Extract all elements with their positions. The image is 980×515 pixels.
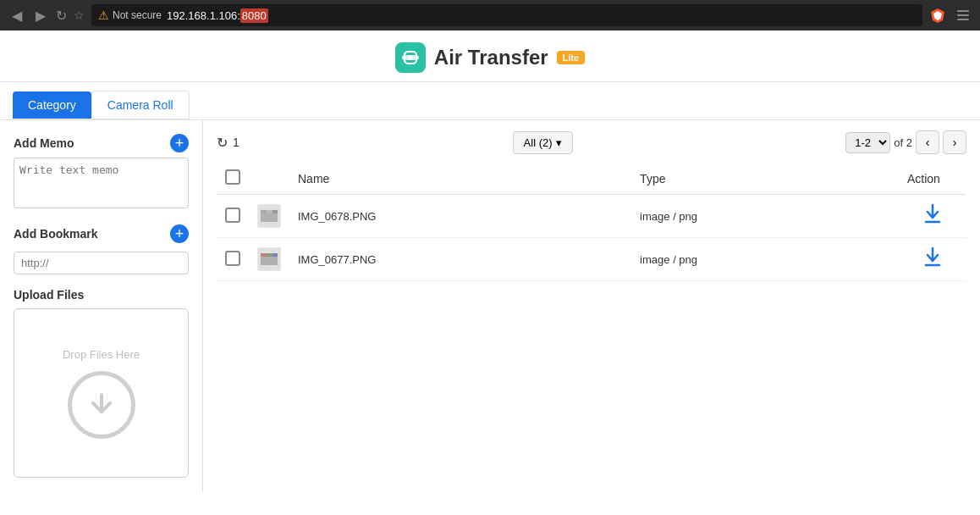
url-host: 192.168.1.106:: [167, 9, 240, 22]
upload-title: Upload Files: [14, 288, 189, 302]
svg-rect-12: [267, 210, 273, 213]
add-memo-section: Add Memo +: [14, 134, 189, 152]
page-prev-button[interactable]: ‹: [916, 130, 939, 154]
filter-chevron-icon: ▾: [556, 136, 562, 149]
browser-menu-icon: [955, 7, 972, 24]
select-all-checkbox[interactable]: [225, 169, 240, 185]
download-arrow-icon: [85, 388, 118, 422]
download-button[interactable]: [922, 202, 943, 230]
drop-files-text: Drop Files Here: [63, 348, 140, 361]
filter-button[interactable]: All (2) ▾: [513, 131, 573, 154]
svg-rect-2: [957, 10, 969, 12]
url-port: 8080: [240, 8, 268, 23]
download-icon: [922, 202, 943, 225]
add-bookmark-button[interactable]: +: [170, 224, 189, 243]
warning-icon: ⚠: [98, 8, 109, 22]
header-thumb: [249, 163, 289, 195]
back-button[interactable]: ◀: [8, 4, 25, 27]
download-icon: [922, 245, 943, 269]
svg-rect-20: [273, 253, 278, 257]
refresh-icon: ↻: [217, 135, 228, 151]
svg-rect-4: [957, 19, 969, 20]
svg-rect-18: [261, 253, 267, 257]
memo-textarea[interactable]: [14, 158, 189, 208]
table-row: IMG_0677.PNGimage / png: [217, 238, 966, 281]
bookmark-star-button[interactable]: ☆: [74, 8, 85, 22]
security-indicator: ⚠ Not secure: [98, 8, 162, 22]
svg-rect-19: [267, 253, 273, 257]
file-toolbar: ↻ 1 All (2) ▾ 1-2 of 2 ‹ ›: [217, 130, 966, 154]
app-title: Air Transfer: [434, 46, 548, 69]
header-name: Name: [289, 163, 631, 195]
svg-rect-13: [273, 210, 278, 213]
header-action: Action: [899, 163, 966, 195]
lite-badge: Lite: [557, 51, 586, 64]
page-next-button[interactable]: ›: [943, 130, 966, 154]
header-type: Type: [631, 163, 899, 195]
file-type: image / png: [631, 195, 899, 238]
file-thumbnail: [257, 247, 281, 271]
page-select[interactable]: 1-2: [845, 132, 890, 153]
file-name: IMG_0677.PNG: [289, 238, 631, 281]
bookmark-input[interactable]: [14, 252, 189, 274]
sidebar: Add Memo + Add Bookmark + Upload Files D…: [0, 120, 203, 491]
svg-rect-11: [261, 210, 267, 213]
refresh-button[interactable]: ↻: [56, 8, 67, 24]
download-button[interactable]: [922, 245, 943, 274]
file-count: 1: [233, 136, 239, 149]
browser-chrome: ◀ ▶ ↻ ☆ ⚠ Not secure 192.168.1.106:8080: [0, 0, 980, 30]
forward-button[interactable]: ▶: [32, 4, 49, 27]
svg-point-7: [408, 55, 413, 60]
header-checkbox-cell: [217, 163, 249, 195]
refresh-count[interactable]: ↻ 1: [217, 135, 239, 151]
address-bar[interactable]: ⚠ Not secure 192.168.1.106:8080: [91, 4, 922, 26]
add-bookmark-label: Add Bookmark: [14, 227, 98, 241]
file-area: ↻ 1 All (2) ▾ 1-2 of 2 ‹ ›: [203, 120, 980, 491]
file-thumbnail: [257, 204, 281, 228]
svg-rect-3: [957, 14, 969, 16]
brave-icon: [929, 7, 946, 24]
upload-section: Upload Files Drop Files Here: [14, 288, 189, 478]
table-row: IMG_0678.PNGimage / png: [217, 195, 966, 238]
row-checkbox[interactable]: [225, 208, 240, 223]
app-logo-icon: [401, 48, 420, 67]
file-name: IMG_0678.PNG: [289, 195, 631, 238]
page-total: of 2: [894, 136, 912, 149]
table-header-row: Name Type Action: [217, 163, 966, 195]
add-bookmark-section: Add Bookmark +: [14, 224, 189, 243]
pagination: 1-2 of 2 ‹ ›: [845, 130, 966, 154]
app-header: Air Transfer Lite: [0, 30, 980, 82]
url-text: 192.168.1.106:8080: [167, 9, 268, 22]
filter-label: All (2): [524, 136, 553, 149]
main-content: Add Memo + Add Bookmark + Upload Files D…: [0, 120, 980, 491]
tab-camera-roll[interactable]: Camera Roll: [91, 91, 190, 119]
add-memo-button[interactable]: +: [170, 134, 189, 152]
not-secure-label: Not secure: [113, 9, 162, 21]
main-tabs: Category Camera Roll: [0, 82, 980, 120]
tab-category[interactable]: Category: [13, 91, 91, 119]
row-checkbox[interactable]: [225, 251, 240, 266]
add-memo-label: Add Memo: [14, 136, 74, 150]
file-type: image / png: [631, 238, 899, 281]
browser-extension-icons: [929, 7, 972, 24]
app-logo: [395, 42, 426, 73]
upload-drop-area[interactable]: Drop Files Here: [14, 308, 189, 478]
file-table: Name Type Action IMG_0678.PNGimage / png…: [217, 163, 966, 281]
upload-download-icon: [68, 371, 135, 439]
